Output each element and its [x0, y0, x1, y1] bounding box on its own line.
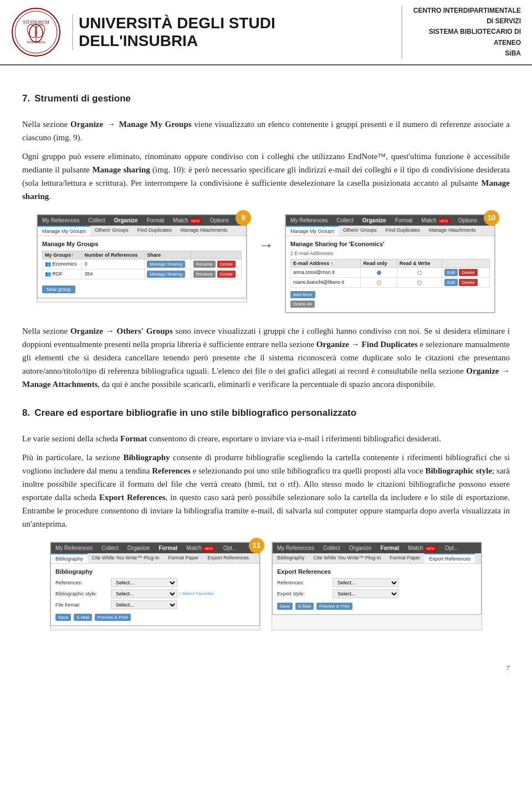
subnav-manage-attachments-10: Manage Attachments — [424, 226, 480, 236]
delete-mario-btn[interactable]: Delete — [459, 279, 477, 286]
manage-sharing-rdf-btn[interactable]: Manage Sharing — [147, 271, 185, 278]
export-references-select[interactable]: Select... — [332, 578, 399, 587]
bibliography-buttons: Save E-Mail Preview & Print — [55, 614, 255, 621]
actions-mario: Edit Delete — [442, 277, 490, 287]
manage-sharing-economics-btn[interactable]: Manage Sharing — [147, 261, 185, 268]
section8-number: 8. — [22, 407, 30, 419]
nav-options-11a: Opt... — [219, 543, 241, 553]
nav-options-9: Options — [206, 215, 233, 226]
read-write-mario — [397, 277, 442, 287]
radio-read-only-mario — [377, 281, 381, 285]
subnav-find-duplicates-9: Find Duplicates — [133, 226, 176, 236]
nav-organize-11b: Organize — [345, 543, 376, 553]
save-export-btn[interactable]: Save — [277, 603, 293, 610]
references-label: References: — [55, 580, 111, 585]
delete-rdf-btn[interactable]: Delete — [217, 271, 236, 278]
export-references-title: Export References — [277, 568, 477, 575]
nav-collect-11a: Collect — [97, 543, 123, 553]
group-economics-name: 👥 Economics — [43, 259, 82, 269]
section8-para1: Le varie sezioni della scheda Format con… — [22, 432, 510, 445]
rename-rdf-btn[interactable]: Rename — [193, 271, 216, 278]
col-read-only: Read only — [361, 259, 397, 267]
preview-print-export-btn[interactable]: Preview & Print — [316, 603, 352, 610]
nav-options-11b: Opt... — [441, 543, 463, 553]
subnav-manage-my-groups-9: Manage My Groups — [38, 226, 90, 236]
groups-table: My Groups↑ Number of References Share 👥 … — [42, 251, 242, 279]
edit-mario-btn[interactable]: Edit — [444, 279, 458, 286]
endnote-subnav-11a: Bibliography Cite While You Write™ Plug-… — [51, 553, 259, 564]
nav-my-references-10: My References — [286, 215, 332, 226]
nav-my-references-9: My References — [38, 215, 84, 226]
nav-format-11a: Format — [154, 543, 182, 553]
add-more-btn[interactable]: Add More — [290, 291, 315, 298]
email-bibliography-btn[interactable]: E-Mail — [74, 614, 92, 621]
radio-rw-mario — [417, 281, 422, 285]
sharing-row-mario: mario.bianchi@libero.it Edit Delete — [291, 277, 490, 287]
col-read-write: Read & Write — [397, 259, 442, 267]
sharing-subtitle: 2 E-mail Addresses — [290, 251, 490, 256]
sharing-row-anna: anna.rossi@msn.it Edit Delete — [291, 267, 490, 277]
subnav-format-paper-11b: Format Paper — [385, 553, 424, 563]
arrow-between: → — [258, 214, 274, 254]
rename-economics-btn[interactable]: Rename — [193, 261, 216, 268]
subnav-others-groups-9: Others' Groups — [90, 226, 133, 236]
bibliography-screenshot: My References Collect Organize Format Ma… — [50, 542, 260, 626]
endnote-navbar-9: My References Collect Organize Format Ma… — [38, 215, 246, 226]
group-rdf-row: 👥 RDF 354 Manage Sharing Rename Delete — [43, 269, 242, 279]
nav-match-9: Match NEW — [168, 215, 205, 226]
section7-heading: 7. Strumenti di gestione — [22, 88, 510, 111]
radio-rw-anna — [417, 271, 422, 275]
col-actions — [191, 251, 241, 259]
endnote-content-9: Manage My Groups My Groups↑ Number of Re… — [38, 236, 246, 298]
sharing-table: E-mail Address ↑ Read only Read & Write … — [290, 259, 490, 288]
delete-economics-btn[interactable]: Delete — [217, 261, 236, 268]
save-bibliography-btn[interactable]: Save — [55, 614, 71, 621]
export-references-screenshot: My References Collect Organize Format Ma… — [272, 542, 482, 615]
file-format-label: File format: — [55, 602, 111, 608]
nav-match-11b: Match NEW — [403, 543, 440, 553]
export-style-field-row: Export style: Select... — [277, 589, 477, 598]
screenshot-11b: My References Collect Organize Format Ma… — [272, 542, 482, 630]
page-number-footer: 7 — [0, 664, 532, 684]
nav-my-references-11b: My References — [273, 543, 319, 553]
nav-format-11b: Format — [376, 543, 403, 553]
export-references-content: Export References References: Select... … — [273, 564, 481, 614]
page-number: 7 — [507, 664, 510, 672]
read-write-anna — [397, 267, 442, 277]
subnav-export-11a: Export References — [203, 553, 253, 563]
new-group-btn[interactable]: New group — [42, 286, 75, 293]
endnote-navbar-10: My References Collect Organize Format Ma… — [286, 215, 494, 226]
screenshot-9: 9 My References Collect Organize Format … — [37, 214, 247, 303]
bibliography-title: Bibliography — [55, 568, 255, 575]
university-logo: STUDIORUM INSUBRIA — [11, 7, 61, 57]
nav-collect-11b: Collect — [319, 543, 345, 553]
nav-organize-11a: Organize — [123, 543, 155, 553]
delete-anna-btn[interactable]: Delete — [459, 269, 477, 276]
delete-all-btn[interactable]: Delete All — [290, 300, 315, 308]
export-references-label: References: — [277, 580, 332, 585]
section7-para2: Ogni gruppo può essere eliminato, rinomi… — [22, 150, 510, 203]
edit-anna-btn[interactable]: Edit — [444, 269, 458, 276]
nav-match-10: Match NEW — [417, 215, 453, 226]
preview-print-bibliography-btn[interactable]: Preview & Print — [95, 614, 131, 621]
main-content: 7. Strumenti di gestione Nella sezione O… — [0, 65, 532, 664]
references-select[interactable]: Select... — [111, 578, 177, 587]
bib-style-select[interactable]: Select... — [111, 589, 177, 598]
email-export-btn[interactable]: E-Mail — [295, 603, 314, 610]
endnote-navbar-11a: My References Collect Organize Format Ma… — [51, 543, 259, 553]
group-rdf-refs: 354 — [82, 269, 145, 279]
group-rdf-actions: Rename Delete — [191, 269, 241, 279]
file-format-select[interactable]: Select... — [111, 600, 177, 609]
section8-heading: 8. Creare ed esportare bibliografie in u… — [22, 402, 510, 425]
subnav-export-11b: Export References — [424, 553, 475, 563]
col-edit-delete — [442, 259, 490, 267]
subnav-cite-11b: Cite While You Write™ Plug-In — [309, 553, 386, 563]
group-economics-actions: Rename Delete — [191, 259, 241, 269]
select-favorites-link[interactable]: | Select Favorites — [180, 591, 214, 596]
export-buttons: Save E-Mail Preview & Print — [277, 603, 477, 610]
export-style-select[interactable]: Select... — [332, 589, 399, 598]
subnav-others-groups-10: Others' Groups — [339, 226, 381, 236]
screenshots-row-1: 9 My References Collect Organize Format … — [22, 214, 510, 313]
endnote-subnav-11b: Bibliography Cite While You Write™ Plug-… — [273, 553, 481, 564]
screenshot-11a: 11 My References Collect Organize Format… — [50, 542, 260, 630]
